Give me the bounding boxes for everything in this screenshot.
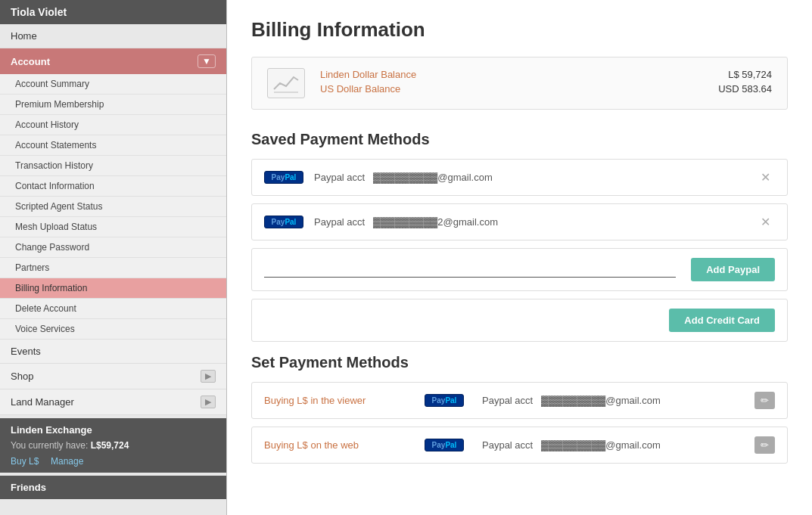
sidebar-item-change-password[interactable]: Change Password (0, 237, 226, 258)
balance-chart-icon (267, 68, 305, 98)
set-payment-methods-title: Set Payment Methods (251, 354, 788, 371)
sidebar-account-section-header[interactable]: Account ▼ (0, 48, 226, 74)
edit-payment-method-1[interactable]: ✏ (754, 392, 775, 409)
page-title: Billing Information (251, 18, 788, 42)
paypal-badge-set-2: PayPal (425, 439, 464, 451)
sidebar: Tiola Violet Home Account ▼ Account Summ… (0, 0, 227, 515)
sidebar-item-voice-services[interactable]: Voice Services (0, 319, 226, 340)
set-payment-email-2: Paypal acct ▓▓▓▓▓▓▓▓▓@gmail.com (482, 439, 661, 451)
sidebar-item-partners[interactable]: Partners (0, 258, 226, 278)
sidebar-item-home[interactable]: Home (0, 24, 226, 48)
edit-payment-method-2[interactable]: ✏ (754, 436, 775, 454)
saved-payment-methods-title: Saved Payment Methods (251, 131, 788, 148)
set-payment-label-1: Buying L$ in the viewer (264, 395, 425, 406)
payment-email-1: Paypal acct ▓▓▓▓▓▓▓▓▓@gmail.com (314, 172, 756, 183)
paypal-badge-1: PayPal (264, 171, 303, 184)
paypal-badge-set-1: PayPal (425, 394, 464, 407)
sidebar-item-account-history[interactable]: Account History (0, 115, 226, 135)
payment-email-2: Paypal acct ▓▓▓▓▓▓▓▓▓2@gmail.com (314, 216, 756, 228)
sidebar-item-account-statements[interactable]: Account Statements (0, 135, 226, 156)
linden-balance-label: Linden Dollar Balance (320, 69, 718, 80)
sidebar-item-delete-account[interactable]: Delete Account (0, 299, 226, 319)
sidebar-item-contact-information[interactable]: Contact Information (0, 176, 226, 197)
set-payment-row-2: Buying L$ on the web PayPal Paypal acct … (251, 427, 788, 464)
payment-remove-2[interactable]: ✕ (756, 213, 775, 231)
sidebar-user-header: Tiola Violet (0, 0, 226, 24)
set-payment-detail-1: PayPal Paypal acct ▓▓▓▓▓▓▓▓▓@gmail.com (425, 394, 745, 407)
set-payment-email-1: Paypal acct ▓▓▓▓▓▓▓▓▓@gmail.com (482, 395, 661, 406)
arrow-right-icon: ▶ (201, 396, 216, 408)
sidebar-item-premium-membership[interactable]: Premium Membership (0, 95, 226, 115)
add-credit-card-button[interactable]: Add Credit Card (669, 309, 775, 332)
friends-box: Friends (0, 476, 226, 499)
sidebar-item-account-summary[interactable]: Account Summary (0, 74, 226, 95)
linden-exchange-balance-row: You currently have: L$59,724 (11, 440, 216, 451)
linden-exchange-title: Linden Exchange (11, 424, 216, 436)
sidebar-item-events[interactable]: Events (0, 340, 226, 364)
usd-balance-value: USD 583.64 (718, 83, 772, 95)
balance-labels: Linden Dollar Balance US Dollar Balance (320, 69, 718, 98)
add-paypal-button[interactable]: Add Paypal (691, 258, 775, 281)
add-paypal-input[interactable] (264, 262, 676, 278)
paypal-badge-2: PayPal (264, 216, 303, 228)
add-paypal-row: Add Paypal (251, 248, 788, 291)
payment-remove-1[interactable]: ✕ (756, 169, 775, 186)
sidebar-username: Tiola Violet (11, 6, 67, 18)
linden-exchange-box: Linden Exchange You currently have: L$59… (0, 418, 226, 473)
main-content: Billing Information Linden Dollar Balanc… (227, 0, 812, 515)
payment-method-row-1: PayPal Paypal acct ▓▓▓▓▓▓▓▓▓@gmail.com ✕ (251, 159, 788, 196)
set-payment-label-2: Buying L$ on the web (264, 439, 425, 451)
sidebar-item-shop[interactable]: Shop ▶ (0, 364, 226, 389)
manage-linden-link[interactable]: Manage (51, 456, 83, 467)
linden-exchange-links: Buy L$ Manage (11, 455, 216, 467)
balance-box: Linden Dollar Balance US Dollar Balance … (251, 57, 788, 110)
sidebar-item-billing-information[interactable]: Billing Information (0, 278, 226, 299)
sidebar-item-transaction-history[interactable]: Transaction History (0, 156, 226, 176)
friends-title: Friends (11, 482, 216, 493)
usd-balance-label: US Dollar Balance (320, 83, 718, 95)
set-payment-row-1: Buying L$ in the viewer PayPal Paypal ac… (251, 382, 788, 419)
balance-values: L$ 59,724 USD 583.64 (718, 69, 772, 98)
sidebar-item-land-manager[interactable]: Land Manager ▶ (0, 389, 226, 415)
sidebar-item-mesh-upload-status[interactable]: Mesh Upload Status (0, 217, 226, 237)
payment-method-row-2: PayPal Paypal acct ▓▓▓▓▓▓▓▓▓2@gmail.com … (251, 203, 788, 240)
chevron-down-icon: ▼ (198, 54, 216, 68)
linden-balance-value: L$ 59,724 (718, 69, 772, 80)
add-credit-card-row: Add Credit Card (251, 299, 788, 342)
arrow-right-icon: ▶ (201, 370, 216, 383)
buy-linden-link[interactable]: Buy L$ (11, 456, 39, 467)
sidebar-account-sub-items: Account Summary Premium Membership Accou… (0, 74, 226, 340)
sidebar-item-scripted-agent-status[interactable]: Scripted Agent Status (0, 197, 226, 217)
set-payment-detail-2: PayPal Paypal acct ▓▓▓▓▓▓▓▓▓@gmail.com (425, 439, 745, 451)
